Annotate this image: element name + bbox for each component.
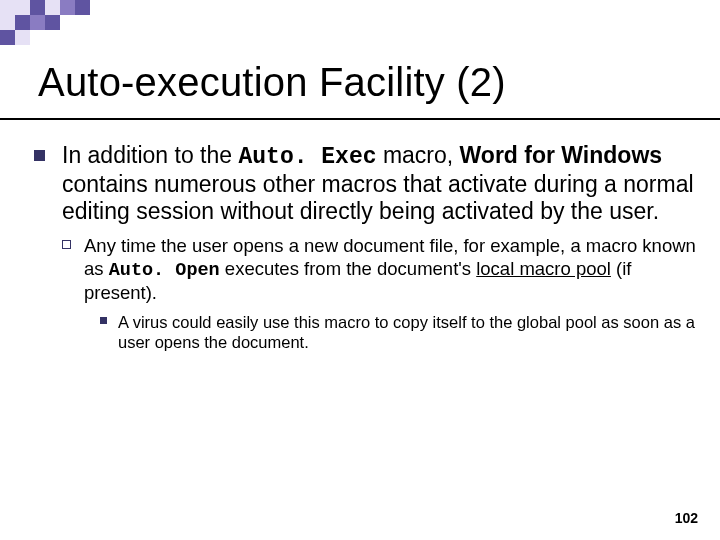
bullet-level-2: Any time the user opens a new document f…	[28, 235, 700, 304]
corner-decoration	[0, 0, 180, 48]
l3-text: A virus could easily use this macro to c…	[118, 313, 695, 351]
page-number: 102	[675, 510, 698, 526]
l2-text-mid: executes from the document's	[220, 258, 477, 279]
bullet-level-3: A virus could easily use this macro to c…	[28, 312, 700, 352]
l2-underlined: local macro pool	[476, 258, 611, 279]
l1-text-mid1: macro,	[377, 142, 460, 168]
l2-macro-autoopen: Auto. Open	[109, 260, 220, 281]
content-body: In addition to the Auto. Exec macro, Wor…	[28, 142, 700, 352]
l1-macro-autoexec: Auto. Exec	[238, 144, 376, 170]
square-bullet-icon	[34, 150, 45, 161]
tiny-square-bullet-icon	[100, 317, 107, 324]
slide-title: Auto-execution Facility (2)	[38, 60, 506, 105]
l1-bold-wfw: Word for Windows	[460, 142, 663, 168]
bullet-level-1: In addition to the Auto. Exec macro, Wor…	[28, 142, 700, 225]
slide: Auto-execution Facility (2) In addition …	[0, 0, 720, 540]
l1-text-pre: In addition to the	[62, 142, 238, 168]
title-underline	[0, 118, 720, 120]
l1-text-post: contains numerous other macros that acti…	[62, 171, 694, 224]
open-square-bullet-icon	[62, 240, 71, 249]
